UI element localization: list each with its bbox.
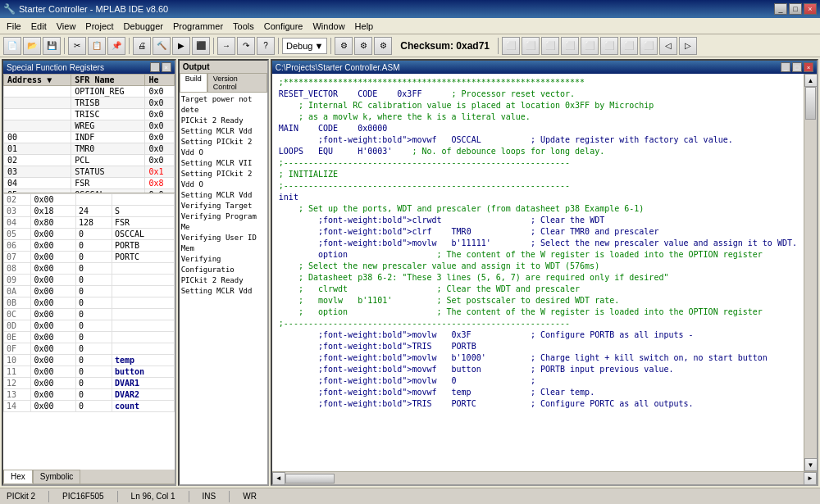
debug-dropdown[interactable]: Debug ▼: [282, 38, 327, 54]
tab-bar: Hex Symbolic: [3, 470, 175, 484]
output-line: Verifying Configuratio: [181, 254, 266, 275]
code-line: ;font-weight:bold">movlw 0 ;: [279, 375, 797, 387]
code-line: ; clrwdt ; Clear the WDT and prescaler: [279, 284, 797, 295]
output-title-bar: Output: [180, 61, 267, 73]
toolbar: 📄 📂 💾 ✂ 📋 📌 🖨 🔨 ▶ ⬛ → ↷ ? Debug ▼ ⚙ ⚙ ⚙ …: [0, 34, 820, 57]
step-btn[interactable]: →: [217, 37, 235, 55]
output-tab-build[interactable]: Build: [180, 73, 207, 93]
title-bar: 🔧 Starter Controller - MPLAB IDE v8.60 _…: [0, 0, 820, 18]
sfr-row: 02PCL0x0: [4, 155, 175, 166]
menu-edit[interactable]: Edit: [26, 20, 52, 33]
horizontal-scrollbar[interactable]: ◄ ►: [272, 471, 817, 484]
output-line: Verifying Program Me: [181, 211, 266, 233]
tb-prog7[interactable]: ⬜: [620, 37, 638, 55]
sfr-minimize[interactable]: _: [150, 62, 160, 72]
mem-row: 0B0x000: [4, 297, 175, 309]
mem-row: 0E0x000: [4, 332, 175, 343]
editor-restore[interactable]: □: [792, 62, 802, 72]
editor-minimize[interactable]: _: [781, 62, 790, 72]
sfr-col-addr[interactable]: Address ▼: [4, 75, 71, 86]
vertical-scrollbar[interactable]: ▲ ▼: [804, 74, 817, 471]
mem-row: 100x000temp: [4, 355, 175, 366]
mem-row: 040x80128FSR: [4, 217, 175, 229]
h-scroll-track[interactable]: [285, 473, 804, 484]
paste-btn[interactable]: 📌: [107, 37, 125, 55]
code-line: ;font-weight:bold">TRIS PORTB: [279, 341, 797, 352]
close-btn[interactable]: ×: [804, 3, 817, 15]
window-controls[interactable]: _ □ ×: [774, 3, 817, 15]
status-bar: PICkit 2 PIC16F505 Ln 96, Col 1 INS WR: [0, 488, 820, 504]
editor-content-area[interactable]: ;***************************************…: [272, 74, 804, 471]
tb-prog8[interactable]: ⬜: [640, 37, 658, 55]
tb-prog4[interactable]: ⬜: [561, 37, 579, 55]
menu-bar: File Edit View Project Debugger Programm…: [0, 18, 820, 34]
output-tab-version[interactable]: Version Control: [207, 73, 267, 93]
output-tabs: Build Version Control: [180, 73, 267, 93]
sfr-panel-title: Special Function Registers: [7, 63, 104, 72]
scroll-left-btn[interactable]: ◄: [272, 472, 285, 485]
mem-row: 030x1824S: [4, 206, 175, 217]
menu-project[interactable]: Project: [80, 20, 118, 33]
mem-row: 0D0x000: [4, 320, 175, 332]
scroll-thumb[interactable]: [805, 87, 816, 120]
editor-close[interactable]: ×: [804, 62, 813, 72]
restore-btn[interactable]: □: [789, 3, 802, 15]
tb-prog1[interactable]: ⬜: [502, 37, 520, 55]
menu-file[interactable]: File: [2, 20, 26, 33]
tb-extra2[interactable]: ⚙: [354, 37, 372, 55]
sfr-row: 01TMR00x0: [4, 143, 175, 155]
save-btn[interactable]: 💾: [43, 37, 61, 55]
code-line: ;---------------------------------------…: [279, 157, 797, 169]
tab-symbolic[interactable]: Symbolic: [33, 470, 81, 484]
open-btn[interactable]: 📂: [23, 37, 41, 55]
tb-extra3[interactable]: ⚙: [374, 37, 392, 55]
new-btn[interactable]: 📄: [3, 37, 21, 55]
code-line: ;font-weight:bold">movwf button ; PORTB …: [279, 364, 797, 375]
mem-row: 0F0x000: [4, 343, 175, 355]
step-over-btn[interactable]: ↷: [237, 37, 255, 55]
scroll-right-btn[interactable]: ►: [804, 472, 817, 485]
scroll-down-btn[interactable]: ▼: [804, 458, 818, 471]
menu-debugger[interactable]: Debugger: [119, 20, 168, 33]
copy-btn[interactable]: 📋: [88, 37, 106, 55]
sfr-row: TRISB0x0: [4, 98, 175, 109]
tb-prog9[interactable]: ◁: [659, 37, 677, 55]
mem-row: 070x000PORTC: [4, 252, 175, 263]
tb-extra1[interactable]: ⚙: [335, 37, 353, 55]
mem-row: 120x000DVAR1: [4, 378, 175, 389]
scroll-track[interactable]: [804, 87, 817, 458]
sfr-col-name[interactable]: SFR Name: [71, 75, 145, 86]
tb-prog2[interactable]: ⬜: [522, 37, 540, 55]
menu-tools[interactable]: Tools: [228, 20, 259, 33]
code-line: ;font-weight:bold">movlw b'1000' ; Charg…: [279, 352, 797, 364]
status-chip: PIC16F505: [62, 492, 104, 501]
menu-view[interactable]: View: [52, 20, 81, 33]
menu-help[interactable]: Help: [350, 20, 379, 33]
print-btn[interactable]: 🖨: [133, 37, 151, 55]
h-scroll-thumb[interactable]: [285, 474, 335, 484]
build-btn[interactable]: 🔨: [153, 37, 171, 55]
code-line: init: [279, 192, 797, 203]
code-line: LOOPS EQU H'0003' ; No. of debounce loop…: [279, 146, 797, 157]
menu-programmer[interactable]: Programmer: [168, 20, 228, 33]
tab-hex[interactable]: Hex: [3, 470, 33, 484]
sfr-col-hex[interactable]: He: [145, 75, 174, 86]
menu-window[interactable]: Window: [308, 20, 349, 33]
run-btn[interactable]: ▶: [172, 37, 190, 55]
menu-configure[interactable]: Configure: [259, 20, 308, 33]
tb-prog3[interactable]: ⬜: [541, 37, 559, 55]
output-line: Setting MCLR Vdd: [181, 286, 266, 297]
sfr-row: WREG0x0: [4, 120, 175, 132]
tb-prog5[interactable]: ⬜: [581, 37, 599, 55]
cut-btn[interactable]: ✂: [68, 37, 86, 55]
scroll-up-btn[interactable]: ▲: [804, 74, 818, 87]
sfr-close[interactable]: ×: [162, 62, 171, 72]
code-line: ;***************************************…: [279, 77, 797, 89]
mem-row: 080x000: [4, 263, 175, 275]
stop-btn[interactable]: ⬛: [192, 37, 210, 55]
tb-prog10[interactable]: ▷: [679, 37, 697, 55]
minimize-btn[interactable]: _: [774, 3, 787, 15]
help-btn[interactable]: ?: [257, 37, 275, 55]
output-line: Setting MCLR Vdd: [181, 190, 266, 201]
tb-prog6[interactable]: ⬜: [600, 37, 618, 55]
